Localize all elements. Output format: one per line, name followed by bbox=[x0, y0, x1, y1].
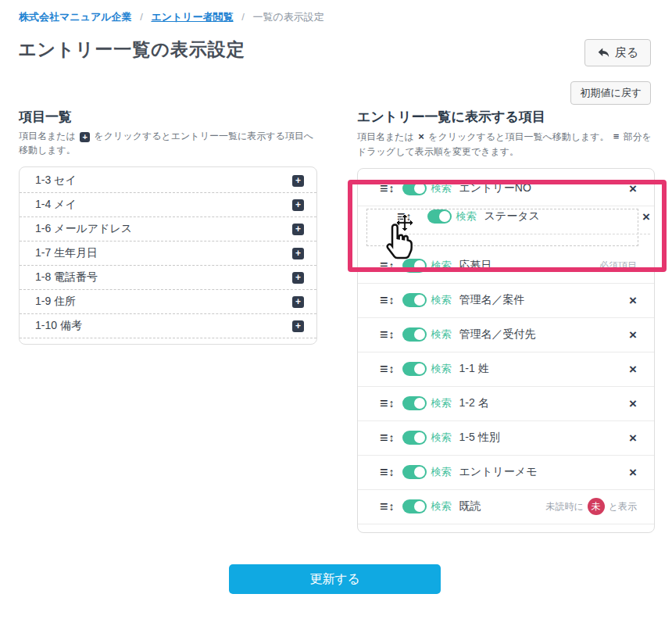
add-item-button[interactable]: + bbox=[292, 248, 304, 259]
item-label[interactable]: 1-5 性別 bbox=[459, 431, 500, 445]
search-toggle-label: 検索 bbox=[431, 431, 452, 445]
table-row: ≡↕ 検索 1-1 姓 × bbox=[358, 352, 654, 387]
item-label[interactable]: エントリーNO bbox=[459, 181, 531, 195]
item-label: 1-6 メールアドレス bbox=[35, 222, 132, 236]
breadcrumb-entry-viewer-link[interactable]: エントリー者閲覧 bbox=[151, 11, 233, 23]
item-label[interactable]: 応募日 bbox=[459, 259, 492, 273]
add-item-button[interactable]: + bbox=[292, 199, 304, 211]
back-button-label: 戻る bbox=[615, 45, 638, 60]
add-item-button[interactable]: + bbox=[292, 320, 304, 332]
remove-item-button[interactable]: × bbox=[629, 294, 637, 307]
item-label: 1-9 住所 bbox=[35, 295, 76, 309]
search-toggle[interactable] bbox=[402, 293, 427, 307]
table-row: ≡↕ 検索 管理名／案件 × bbox=[358, 284, 654, 318]
remove-item-button[interactable]: × bbox=[629, 182, 637, 195]
table-row: ≡↕ 検索 既読 未読時に 未 と表示 bbox=[358, 490, 654, 524]
search-toggle[interactable] bbox=[402, 327, 427, 342]
search-toggle[interactable] bbox=[402, 181, 427, 195]
back-button[interactable]: 戻る bbox=[584, 39, 651, 66]
item-label[interactable]: エントリーメモ bbox=[459, 465, 538, 479]
drag-handle-icon[interactable]: ≡↕ bbox=[380, 499, 395, 513]
unread-note-suffix: と表示 bbox=[609, 500, 637, 513]
desc-text: 項目名または bbox=[19, 131, 76, 141]
search-toggle-label: 検索 bbox=[431, 362, 452, 376]
available-items-list: 1-3 セイ + 1-4 メイ + 1-6 メールアドレス + 1-7 生年月日… bbox=[19, 166, 317, 345]
reset-to-default-button[interactable]: 初期値に戻す bbox=[570, 81, 651, 105]
drag-handle-icon[interactable]: ≡↕ bbox=[380, 396, 395, 410]
list-item[interactable]: 1-9 住所 + bbox=[20, 290, 316, 314]
item-label[interactable]: 管理名／案件 bbox=[459, 293, 525, 307]
available-items-description: 項目名または + をクリックするとエントリー一覧に表示する項目へ移動します。 bbox=[19, 129, 317, 157]
search-toggle[interactable] bbox=[402, 499, 427, 513]
item-label[interactable]: 既読 bbox=[459, 499, 481, 513]
displayed-items-title: エントリー一覧に表示する項目 bbox=[357, 108, 655, 126]
displayed-items-list: ≡↕ 検索 エントリーNO × ≡↕ 検索 ステータス × bbox=[357, 168, 655, 533]
list-item[interactable]: 1-4 メイ + bbox=[20, 193, 316, 217]
breadcrumb-current: 一覧の表示設定 bbox=[253, 11, 324, 23]
drag-handle-icon[interactable]: ≡↕ bbox=[380, 327, 395, 342]
remove-item-button[interactable]: × bbox=[629, 397, 637, 410]
remove-item-button[interactable]: × bbox=[629, 431, 637, 445]
item-label[interactable]: ステータス bbox=[484, 209, 540, 224]
settings-page: 株式会社マニュアル企業 / エントリー者閲覧 / 一覧の表示設定 エントリー一覧… bbox=[0, 0, 672, 619]
search-toggle-label: 検索 bbox=[431, 465, 452, 479]
desc-text: 項目名または bbox=[357, 131, 414, 142]
add-item-button[interactable]: + bbox=[292, 175, 304, 187]
search-toggle[interactable] bbox=[402, 465, 427, 479]
dragged-row[interactable]: ≡↕ 検索 ステータス × bbox=[397, 200, 650, 234]
table-row: ≡↕ 検索 1-5 性別 × bbox=[358, 421, 654, 456]
breadcrumb-company-link[interactable]: 株式会社マニュアル企業 bbox=[19, 11, 132, 23]
drag-handle-icon: ≡ bbox=[613, 131, 620, 142]
displayed-items-description: 項目名または × をクリックすると項目一覧へ移動します。 ≡ 部分をドラッグして… bbox=[357, 129, 655, 159]
search-toggle[interactable] bbox=[402, 362, 427, 376]
search-toggle-label: 検索 bbox=[431, 259, 452, 273]
unread-display-note: 未読時に 未 と表示 bbox=[545, 498, 637, 515]
item-label[interactable]: 1-1 姓 bbox=[459, 362, 489, 376]
displayed-items-panel: エントリー一覧に表示する項目 項目名または × をクリックすると項目一覧へ移動し… bbox=[357, 108, 655, 533]
remove-item-button[interactable]: × bbox=[629, 363, 637, 376]
item-label: 1-3 セイ bbox=[35, 174, 77, 188]
search-toggle[interactable] bbox=[402, 431, 427, 445]
list-item[interactable]: 1-8 電話番号 + bbox=[20, 266, 316, 290]
drag-handle-icon[interactable]: ≡↕ bbox=[380, 362, 395, 376]
list-item[interactable]: 1-6 メールアドレス + bbox=[20, 217, 316, 242]
table-row: ≡↕ 検索 エントリーメモ × bbox=[358, 456, 654, 490]
list-item[interactable]: 1-10 備考 + bbox=[20, 314, 316, 338]
plus-icon: + bbox=[80, 132, 90, 142]
update-button[interactable]: 更新する bbox=[229, 564, 441, 594]
list-item[interactable]: 1-7 生年月日 + bbox=[20, 242, 316, 266]
search-toggle[interactable] bbox=[402, 396, 427, 410]
close-icon: × bbox=[418, 131, 424, 142]
required-badge: 必須項目 bbox=[599, 259, 637, 273]
drop-placeholder: ≡↕ 検索 ステータス × bbox=[366, 209, 638, 246]
breadcrumb: 株式会社マニュアル企業 / エントリー者閲覧 / 一覧の表示設定 bbox=[19, 10, 324, 24]
list-item[interactable]: 1-3 セイ + bbox=[20, 169, 316, 193]
available-items-title: 項目一覧 bbox=[19, 108, 317, 126]
hand-cursor-icon bbox=[384, 222, 416, 266]
search-toggle-label: 検索 bbox=[431, 396, 452, 410]
search-toggle-label: 検索 bbox=[431, 181, 452, 195]
remove-item-button[interactable]: × bbox=[629, 328, 637, 342]
drag-handle-icon[interactable]: ≡↕ bbox=[380, 431, 395, 445]
search-toggle-label: 検索 bbox=[456, 209, 477, 224]
drag-handle-icon[interactable]: ≡↕ bbox=[380, 181, 395, 195]
unread-note-prefix: 未読時に bbox=[545, 500, 583, 513]
remove-item-button[interactable]: × bbox=[642, 210, 650, 224]
search-toggle-label: 検索 bbox=[431, 293, 452, 307]
reset-button-label: 初期値に戻す bbox=[580, 86, 642, 100]
search-toggle-label: 検索 bbox=[431, 499, 452, 513]
available-items-panel: 項目一覧 項目名または + をクリックするとエントリー一覧に表示する項目へ移動し… bbox=[19, 108, 317, 345]
table-row: ≡↕ 検索 1-2 名 × bbox=[358, 387, 654, 421]
breadcrumb-separator: / bbox=[140, 11, 143, 23]
item-label[interactable]: 1-2 名 bbox=[459, 396, 489, 410]
drag-handle-icon[interactable]: ≡↕ bbox=[380, 465, 395, 479]
search-toggle-label: 検索 bbox=[431, 327, 452, 342]
item-label[interactable]: 管理名／受付先 bbox=[459, 327, 536, 342]
add-item-button[interactable]: + bbox=[292, 224, 304, 235]
add-item-button[interactable]: + bbox=[292, 296, 304, 308]
back-arrow-icon bbox=[597, 46, 610, 59]
remove-item-button[interactable]: × bbox=[629, 466, 637, 479]
search-toggle[interactable] bbox=[427, 209, 452, 224]
add-item-button[interactable]: + bbox=[292, 272, 304, 284]
drag-handle-icon[interactable]: ≡↕ bbox=[380, 293, 395, 307]
